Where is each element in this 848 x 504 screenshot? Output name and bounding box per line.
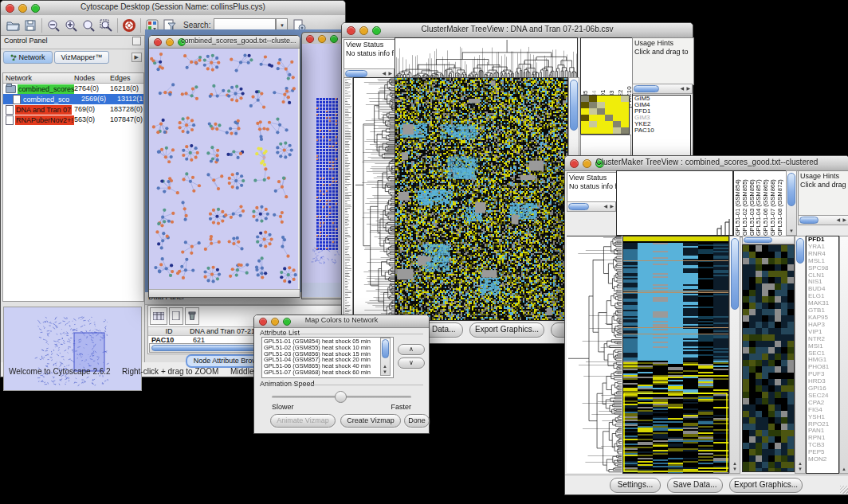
network-table-header[interactable]: Network Nodes Edges (3, 73, 143, 84)
save-data-button[interactable]: Save Data... (667, 478, 723, 493)
treeview2-window: ClusterMaker TreeView : combined_scores_… (564, 155, 848, 495)
column-dendrogram-canvas[interactable] (616, 170, 733, 236)
network-overview-canvas[interactable] (3, 307, 142, 391)
matrix-cell (613, 121, 621, 127)
attribute-list-vscrollbar[interactable]: ▲ ▼ (380, 338, 391, 376)
document-icon (13, 95, 21, 104)
export-graphics-button[interactable]: Export Graphics... (469, 322, 544, 338)
toolbar-separator (140, 18, 141, 33)
help-lifering-icon[interactable] (120, 18, 138, 33)
tab-vizmapper[interactable]: VizMapper™ (54, 51, 110, 64)
save-icon[interactable] (22, 18, 39, 33)
attribute-list-label: Attribute List (260, 329, 300, 337)
heatmap-canvas[interactable] (622, 236, 729, 474)
row-dendrogram-canvas[interactable] (567, 236, 622, 473)
row-dendrogram-canvas[interactable] (353, 77, 395, 321)
column-labels-vscrollbar[interactable]: ▼ (786, 170, 797, 236)
slower-label: Slower (272, 403, 294, 411)
column-labels-panel: GPL51-01 (GSM854)GPL51-02 (GSM855)GPL51-… (733, 170, 787, 237)
col-header-nodes[interactable]: Nodes (74, 73, 110, 83)
column-label[interactable]: GPL51-08 (GSM872) (777, 172, 784, 236)
matrix-cell (613, 102, 621, 108)
attribute-table-icon[interactable] (150, 307, 167, 325)
col-header-edges[interactable]: Edges (110, 73, 143, 83)
open-file-icon[interactable] (4, 18, 22, 33)
zoom-out-icon[interactable] (45, 18, 62, 33)
network-canvas[interactable] (149, 49, 298, 290)
status-hint-zoom: Right-click + drag to ZOOM (122, 367, 218, 376)
network-row[interactable]: DNA and Tran 07 769(0) 183728(0) (3, 104, 143, 115)
control-panel-title: Control Panel (4, 37, 48, 45)
network-row[interactable]: combined_scores 2764(0) 16218(0) (3, 84, 143, 94)
dialog-titlebar[interactable]: Map Colors to Network (254, 315, 429, 328)
treeview2-title: ClusterMaker TreeView : combined_scores_… (565, 158, 848, 166)
treeview1-titlebar[interactable]: ClusterMaker TreeView : DNA and Tran 07-… (342, 23, 693, 38)
zoom-in-icon[interactable] (62, 18, 80, 33)
gene-list-vscrollbar[interactable]: ▲ (839, 236, 848, 474)
tab-network[interactable]: Network (3, 51, 53, 64)
attribute-item[interactable]: GPL51-07 (GSM868) heat shock 60 min (264, 369, 391, 376)
matrix-cell (605, 96, 613, 102)
network-view-titlebar[interactable]: combined_scores_good.txt--cluste... (149, 36, 300, 49)
splitter-handle[interactable] (2, 302, 143, 306)
folder-icon (6, 85, 16, 93)
network-row[interactable]: RNAPuberNov2+! 563(0) 107847(0) (3, 115, 143, 125)
matrix-cell (589, 102, 597, 108)
matrix-cell (597, 102, 605, 108)
animate-vizmap-button[interactable]: Animate Vizmap (270, 414, 336, 428)
done-button[interactable]: Done (404, 414, 430, 428)
control-panel-header: Control Panel (1, 36, 144, 49)
network-hscrollbar[interactable] (149, 289, 300, 297)
gene-label[interactable]: MON2 (807, 456, 838, 463)
zoom-fit-icon[interactable] (80, 18, 97, 33)
network-row-selected[interactable]: combined_sco 2569(6) 13112(15) (3, 94, 143, 104)
row-label-strip-canvas[interactable] (344, 77, 353, 321)
minimize-button[interactable] (318, 35, 326, 43)
matrix-cell (581, 96, 589, 102)
group-divider (260, 385, 423, 385)
move-up-button[interactable]: ∧ (398, 344, 425, 355)
main-titlebar[interactable]: Cytoscape Desktop (Session Name: collins… (1, 1, 345, 16)
heatmap-canvas[interactable] (395, 77, 568, 321)
resize-grip[interactable] (840, 486, 848, 494)
col-header-network[interactable]: Network (3, 73, 74, 83)
map-colors-dialog: Map Colors to Network Attribute List GPL… (253, 315, 430, 434)
animation-speed-label: Animation Speed (260, 380, 315, 388)
zoom-button[interactable] (330, 35, 338, 43)
matrix-cell (581, 115, 589, 121)
usage-hints-scrollbar[interactable]: ◀ ▶ (632, 84, 693, 94)
dense-network-canvas[interactable] (302, 44, 344, 297)
gene-label[interactable]: PAC10 (633, 127, 690, 134)
column-dendrogram-canvas[interactable] (395, 37, 578, 79)
new-attribute-icon[interactable] (169, 307, 183, 325)
heatmap-vscrollbar[interactable]: ▲ ▼ (729, 236, 740, 474)
hidden-network-window[interactable] (301, 32, 346, 299)
treeview1-title: ClusterMaker TreeView : DNA and Tran 07-… (342, 25, 693, 33)
cluster-similarity-matrix[interactable] (580, 95, 630, 135)
zoom-view-hscrollbar[interactable] (742, 236, 795, 244)
zoom-view-vscrollbar[interactable]: ▲ ▼ (795, 236, 806, 474)
settings-button[interactable]: Settings... (610, 478, 661, 493)
zoom-heatmap-canvas[interactable] (742, 244, 795, 472)
close-button[interactable] (306, 35, 314, 43)
view-status-scrollbar[interactable]: ◀ ▶ (567, 201, 616, 212)
delete-attribute-icon[interactable] (185, 307, 199, 325)
matrix-cell (597, 121, 605, 127)
matrix-cell (589, 108, 597, 115)
move-down-button[interactable]: ∨ (398, 357, 425, 369)
matrix-cell (605, 127, 613, 134)
export-graphics-button[interactable]: Export Graphics... (729, 478, 803, 493)
float-panel-icon[interactable] (132, 37, 141, 45)
matrix-cell (597, 108, 605, 115)
matrix-cell (613, 108, 621, 115)
speed-slider-thumb[interactable] (335, 391, 347, 403)
status-welcome: Welcome to Cytoscape 2.6.2 (9, 367, 111, 376)
zoom-selected-icon[interactable] (97, 18, 115, 33)
document-icon (6, 105, 14, 115)
matrix-cell (589, 115, 597, 121)
tab-overflow-arrow-icon[interactable]: ▶ (132, 53, 142, 62)
usage-hints-scrollbar[interactable]: ◀ ▶ (798, 215, 848, 225)
treeview2-titlebar[interactable]: ClusterMaker TreeView : combined_scores_… (565, 156, 848, 171)
create-vizmap-button[interactable]: Create Vizmap (340, 414, 401, 428)
matrix-cell (613, 96, 621, 102)
